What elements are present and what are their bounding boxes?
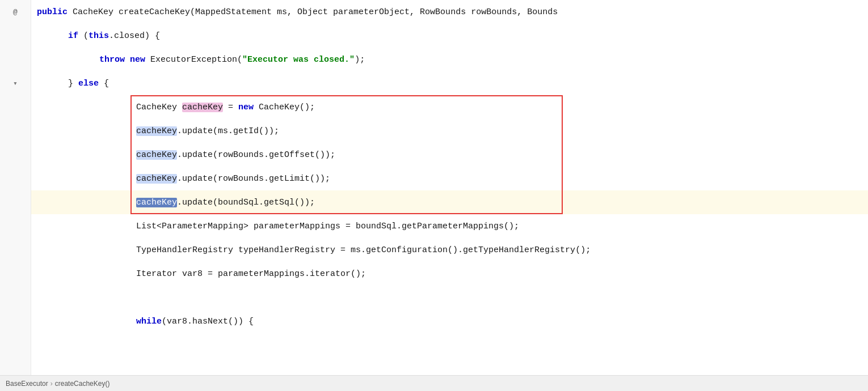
line14-rest: (var8.hasNext()) { xyxy=(162,317,254,326)
status-bar: BaseExecutor › createCacheKey() xyxy=(0,375,868,391)
code-line-1: public CacheKey createCacheKey(MappedSta… xyxy=(31,0,868,24)
line13-empty xyxy=(136,293,141,303)
line6-rest: .update(ms.getId()); xyxy=(177,126,279,136)
keyword-else: else xyxy=(78,79,99,88)
breadcrumb-sep: › xyxy=(50,380,53,388)
code-area: @ ▾ pub xyxy=(0,0,868,375)
editor-container: @ ▾ pub xyxy=(0,0,868,391)
breadcrumb-method: createCacheKey() xyxy=(55,380,110,388)
gutter-space-4 xyxy=(0,119,31,143)
gutter-space-6 xyxy=(0,167,31,190)
code-line-3: throw new ExecutorException( "Executor w… xyxy=(31,48,868,71)
code-line-7: cacheKey .update(rowBounds.getOffset()); xyxy=(31,143,868,167)
gutter-space-3 xyxy=(0,95,31,119)
code-line-12: Iterator var8 = parameterMappings.iterat… xyxy=(31,262,868,286)
code-line-13 xyxy=(31,286,868,309)
line8-rest: .update(rowBounds.getLimit()); xyxy=(177,174,330,184)
var-cachekey-blue2: cacheKey xyxy=(136,150,177,160)
code-line-8: cacheKey .update(rowBounds.getLimit()); xyxy=(31,167,868,190)
gutter-icon-at: @ xyxy=(0,0,31,24)
line4-brace: { xyxy=(99,79,109,88)
var-cachekey-blue1: cacheKey xyxy=(136,126,177,136)
keyword-while: while xyxy=(136,317,162,326)
gutter-space-5 xyxy=(0,143,31,167)
gutter-space-10 xyxy=(0,262,31,286)
gutter: @ ▾ xyxy=(0,0,31,375)
line3-end: ); xyxy=(355,55,365,65)
code-content: public CacheKey createCacheKey(MappedSta… xyxy=(31,0,868,375)
line9-rest: .update(boundSql.getSql()); xyxy=(177,198,315,207)
line3-executor: ExecutorException( xyxy=(145,55,242,65)
code-line-2: if ( this .closed) { xyxy=(31,24,868,48)
gutter-space-8 xyxy=(0,214,31,238)
keyword-if: if xyxy=(68,31,78,41)
code-line-9: cacheKey .update(boundSql.getSql()); xyxy=(31,190,868,214)
line5-eq: = xyxy=(223,103,238,112)
gutter-space-1 xyxy=(0,24,31,48)
keyword-this: this xyxy=(89,31,109,41)
code-line-11: TypeHandlerRegistry typeHandlerRegistry … xyxy=(31,238,868,262)
line7-rest: .update(rowBounds.getOffset()); xyxy=(177,150,335,160)
gutter-icon-arrow: ▾ xyxy=(0,71,31,95)
code-line-4: } else { xyxy=(31,71,868,95)
gutter-space-2 xyxy=(0,48,31,71)
line4-else: } xyxy=(68,79,78,88)
line12-text: Iterator var8 = parameterMappings.iterat… xyxy=(136,269,366,279)
line2-closed: .closed) { xyxy=(109,31,160,41)
gutter-space-12 xyxy=(0,309,31,333)
keyword-new-1: new xyxy=(130,55,145,65)
var-cachekey-pink: cacheKey xyxy=(182,103,223,112)
keyword-throw: throw xyxy=(99,55,125,65)
code-line-6: cacheKey .update(ms.getId()); xyxy=(31,119,868,143)
gutter-space-9 xyxy=(0,238,31,262)
string-executor-closed: "Executor was closed." xyxy=(242,55,355,65)
gutter-space-7 xyxy=(0,190,31,214)
code-line-10: List<ParameterMapping> parameterMappings… xyxy=(31,214,868,238)
var-cachekey-dark: cacheKey xyxy=(136,198,177,207)
line2-rest: ( xyxy=(78,31,89,41)
line5-end: CacheKey(); xyxy=(254,103,315,112)
var-cachekey-blue3: cacheKey xyxy=(136,174,177,184)
code-line-5: CacheKey cacheKey = new CacheKey(); xyxy=(31,95,868,119)
line10-method: getParameterMappings(); xyxy=(402,222,519,231)
line5-type: CacheKey xyxy=(136,103,182,112)
line1-rest: CacheKey createCacheKey(MappedStatement … xyxy=(68,7,558,17)
line10-text: List<ParameterMapping> parameterMappings… xyxy=(136,222,402,231)
keyword-public: public xyxy=(37,7,68,17)
keyword-new-2: new xyxy=(238,103,254,112)
breadcrumb-base: BaseExecutor xyxy=(6,380,48,388)
line3-space xyxy=(125,55,130,65)
line11-text: TypeHandlerRegistry typeHandlerRegistry … xyxy=(136,245,591,255)
code-line-14: while (var8.hasNext()) { xyxy=(31,309,868,333)
gutter-space-11 xyxy=(0,286,31,309)
